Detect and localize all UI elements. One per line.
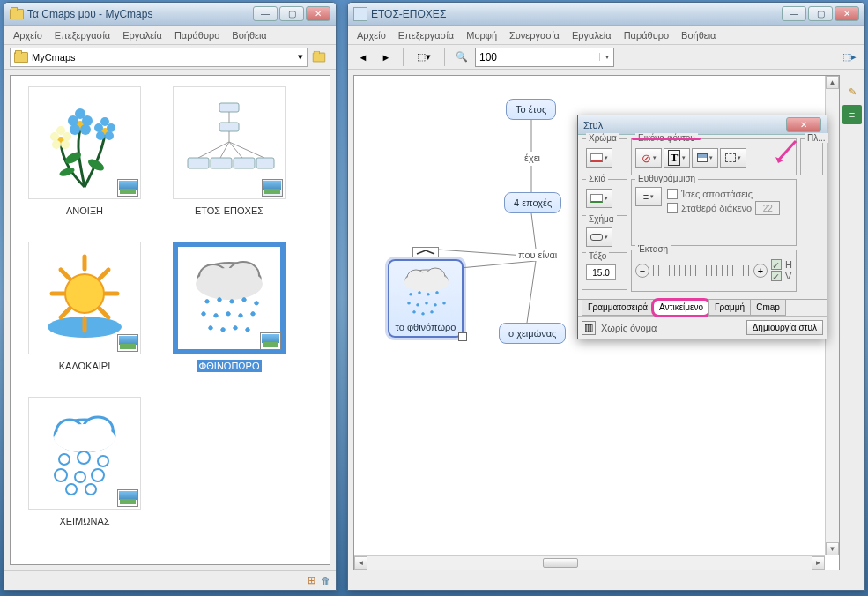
statusbar: ⊞ 🗑 xyxy=(4,570,336,590)
thumb-summer[interactable]: ΚΑΛΟΚΑΙΡΙ xyxy=(28,242,141,372)
up-folder-button[interactable] xyxy=(311,48,330,67)
photo-badge-icon xyxy=(117,489,138,507)
image-crop-button[interactable] xyxy=(720,148,746,168)
group-label: Χρώμα xyxy=(586,133,619,143)
slider-track[interactable] xyxy=(653,265,750,276)
thumbnail-area: ΑΝΟΙΞΗ ΕΤΟΣ-ΕΠΟΧΕΣ xyxy=(10,75,330,565)
menu-collab[interactable]: Συνεργασία xyxy=(504,27,565,43)
record-button[interactable]: ⬚▸ xyxy=(840,48,859,67)
titlebar[interactable]: Τα Cmaps μου - MyCmaps — ▢ ✕ xyxy=(4,3,336,26)
svg-point-7 xyxy=(70,124,80,135)
node-seasons[interactable]: 4 εποχές xyxy=(504,192,561,213)
h-checkbox[interactable]: ✓H xyxy=(771,259,792,270)
menu-help[interactable]: Βοήθεια xyxy=(226,27,271,43)
svg-point-12 xyxy=(100,117,109,126)
thumb-spring[interactable]: ΑΝΟΙΞΗ xyxy=(28,86,141,217)
menu-edit[interactable]: Επεξεργασία xyxy=(393,27,459,43)
tab-object[interactable]: Αντικείμενο xyxy=(653,300,709,316)
menu-tools[interactable]: Εργαλεία xyxy=(117,27,167,43)
minimize-button[interactable]: — xyxy=(253,6,278,21)
plus-button[interactable]: + xyxy=(753,264,768,278)
fixed-gap-input[interactable] xyxy=(755,201,780,215)
path-combo[interactable]: MyCmaps ▾ xyxy=(10,48,308,67)
tab-line[interactable]: Γραμμή xyxy=(708,300,751,316)
maximize-button[interactable]: ▢ xyxy=(808,6,833,21)
tool-pointer[interactable]: ✎ xyxy=(842,82,862,101)
zoom-combo[interactable]: ▾ xyxy=(475,48,614,67)
tree-icon[interactable]: ⊞ xyxy=(308,575,315,586)
text-bg-button[interactable]: T xyxy=(664,148,690,168)
menu-window[interactable]: Παράθυρο xyxy=(619,27,674,43)
node-winter[interactable]: ο χειμώνας xyxy=(499,323,566,344)
group-extent: Έκταση − + ✓H ✓V xyxy=(631,250,797,292)
node-root[interactable]: Το έτος xyxy=(506,99,556,120)
menu-format[interactable]: Μορφή xyxy=(461,27,502,43)
shadow-picker[interactable] xyxy=(586,189,612,208)
tab-cmap[interactable]: Cmap xyxy=(750,300,786,316)
tool-list[interactable]: ≡ xyxy=(842,105,862,124)
scale-button[interactable]: ⬚▾ xyxy=(411,48,437,67)
style-title: Στυλ xyxy=(583,120,786,130)
v-checkbox[interactable]: ✓V xyxy=(771,271,792,281)
tab-font[interactable]: Γραμματοσειρά xyxy=(582,300,654,316)
image-align-button[interactable] xyxy=(692,148,718,168)
dropdown-arrow-icon[interactable]: ▾ xyxy=(599,53,613,61)
zoom-input[interactable] xyxy=(476,51,599,63)
arc-input[interactable] xyxy=(586,264,616,280)
photo-badge-icon xyxy=(260,332,281,350)
close-button[interactable]: ✕ xyxy=(835,6,859,21)
svg-point-56 xyxy=(75,472,85,482)
equal-distance-checkbox[interactable]: Ίσες αποστάσεις xyxy=(667,189,792,199)
node-text: Το έτος xyxy=(516,104,546,115)
scroll-down-icon[interactable]: ▼ xyxy=(826,542,839,555)
style-titlebar[interactable]: Στυλ ✕ xyxy=(578,115,827,135)
align-picker[interactable]: ≡ xyxy=(635,187,662,206)
shape-picker[interactable] xyxy=(586,227,612,247)
trash-icon[interactable]: 🗑 xyxy=(321,576,330,586)
svg-point-53 xyxy=(78,451,90,464)
menu-window[interactable]: Παράθυρο xyxy=(169,27,225,43)
scroll-left-icon[interactable]: ◄ xyxy=(354,556,367,570)
link-which-are[interactable]: που είναι xyxy=(516,249,560,261)
scroll-right-icon[interactable]: ► xyxy=(812,556,825,570)
group-arc: Τόξο xyxy=(582,257,627,290)
maximize-button[interactable]: ▢ xyxy=(279,6,304,21)
scroll-up-icon[interactable]: ▲ xyxy=(826,76,839,89)
folder-icon xyxy=(10,9,24,19)
minimize-button[interactable]: — xyxy=(782,6,806,21)
menu-edit[interactable]: Επεξεργασία xyxy=(49,27,115,43)
connector-handle-icon[interactable] xyxy=(412,247,439,257)
thumb-year-seasons[interactable]: ΕΤΟΣ-ΕΠΟΧΕΣ xyxy=(173,86,286,217)
menu-tools[interactable]: Εργαλεία xyxy=(567,27,617,43)
zoom-icon[interactable]: 🔍 xyxy=(452,48,471,67)
forward-button[interactable]: ► xyxy=(376,48,396,67)
link-has[interactable]: έχει xyxy=(522,152,543,164)
close-button[interactable]: ✕ xyxy=(306,6,330,21)
menu-help[interactable]: Βοήθεια xyxy=(676,27,721,43)
thumb-label: ΦΘΙΝΟΠΩΡΟ xyxy=(197,360,263,372)
menu-file[interactable]: Αρχείο xyxy=(352,27,391,43)
fixed-gap-checkbox[interactable]: Σταθερό διάκενο xyxy=(667,201,792,215)
thumb-autumn[interactable]: ΦΘΙΝΟΠΩΡΟ xyxy=(173,242,286,372)
svg-line-40 xyxy=(61,309,70,317)
svg-point-54 xyxy=(98,456,108,466)
minus-button[interactable]: − xyxy=(635,264,649,278)
horizontal-scrollbar[interactable]: ◄ ► xyxy=(354,555,825,570)
color-picker[interactable] xyxy=(586,148,612,168)
thumb-winter[interactable]: ΧΕΙΜΩΝΑΣ xyxy=(28,397,141,527)
svg-point-55 xyxy=(55,469,67,481)
group-color: Χρώμα xyxy=(582,138,627,175)
window-title: ΕΤΟΣ-ΕΠΟΧΕΣ xyxy=(371,8,782,20)
dropdown-arrow-icon[interactable]: ▾ xyxy=(298,51,303,63)
scroll-thumb[interactable] xyxy=(543,558,578,568)
titlebar[interactable]: ΕΤΟΣ-ΕΠΟΧΕΣ — ▢ ✕ xyxy=(348,3,864,26)
create-style-button[interactable]: Δημιουργία στυλ xyxy=(746,320,823,335)
menu-file[interactable]: Αρχείο xyxy=(8,27,48,43)
annotation-underline xyxy=(632,138,701,140)
no-image-button[interactable]: ⊘ xyxy=(635,148,662,168)
style-list-icon[interactable]: ▥ xyxy=(582,321,596,335)
node-autumn[interactable]: το φθινόπωρο xyxy=(388,259,464,338)
back-button[interactable]: ◄ xyxy=(353,48,373,67)
resize-handle-icon[interactable] xyxy=(458,332,467,341)
style-close-button[interactable]: ✕ xyxy=(786,117,821,132)
